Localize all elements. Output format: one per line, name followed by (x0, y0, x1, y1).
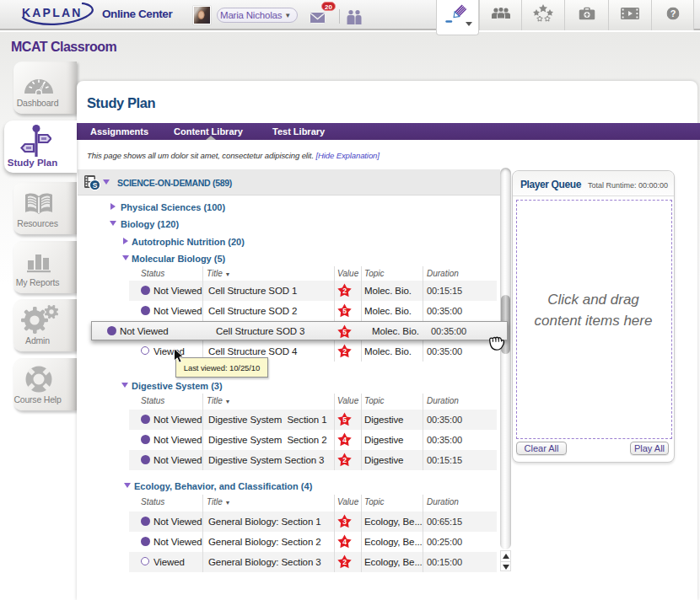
svg-text:2: 2 (342, 347, 347, 356)
svg-text:2: 2 (342, 456, 347, 464)
svg-text:KAPLAN: KAPLAN (22, 6, 83, 19)
svg-text:2: 2 (342, 287, 347, 295)
svg-text:S: S (93, 181, 98, 190)
svg-text:2: 2 (342, 558, 347, 566)
svg-text:4: 4 (342, 436, 347, 444)
svg-text:5: 5 (342, 328, 347, 336)
svg-text:3: 3 (342, 517, 347, 526)
svg-text:5: 5 (342, 307, 347, 315)
svg-text:5: 5 (342, 415, 347, 424)
svg-text:4: 4 (342, 538, 347, 546)
svg-text:?: ? (670, 8, 676, 19)
